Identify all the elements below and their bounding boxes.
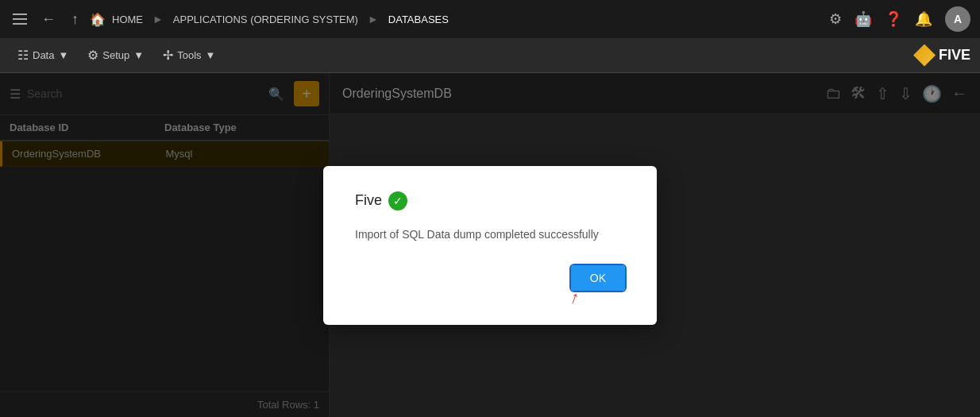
home-icon: 🏠 <box>90 12 106 27</box>
bot-icon[interactable]: 🤖 <box>855 10 872 28</box>
data-dropdown-icon: ▼ <box>58 49 68 61</box>
support-icon[interactable]: ⚙ <box>829 10 842 28</box>
data-label: Data <box>33 49 54 61</box>
tools-menu[interactable]: ✢ Tools ▼ <box>155 44 223 66</box>
modal-title: Five ✓ <box>355 191 625 210</box>
up-button[interactable]: ↑ <box>67 8 83 31</box>
check-icon: ✓ <box>388 191 407 210</box>
user-avatar[interactable]: A <box>945 6 970 32</box>
modal-overlay: Five ✓ Import of SQL Data dump completed… <box>0 73 980 417</box>
setup-icon: ⚙ <box>87 48 98 63</box>
top-nav: ← ↑ 🏠 HOME ► APPLICATIONS (ORDERING SYST… <box>0 0 980 38</box>
modal-title-text: Five <box>355 192 382 209</box>
modal-footer: OK ↑ <box>355 265 625 291</box>
tools-dropdown-icon: ▼ <box>206 49 216 61</box>
five-logo: FIVE <box>913 44 970 67</box>
setup-menu[interactable]: ⚙ Setup ▼ <box>79 44 152 66</box>
breadcrumb-sep-1: ► <box>152 13 164 25</box>
ok-button[interactable]: OK <box>571 265 625 291</box>
tools-icon: ✢ <box>163 48 173 63</box>
breadcrumb-home[interactable]: HOME <box>112 14 143 25</box>
data-menu[interactable]: ☷ Data ▼ <box>10 44 76 66</box>
arrow-pointer: ↑ <box>567 286 582 308</box>
tools-label: Tools <box>177 49 201 61</box>
menu-icon[interactable] <box>10 10 30 28</box>
breadcrumb-databases[interactable]: DATABASES <box>388 14 449 25</box>
main-area: ☰ 🔍 + Database ID Database Type Ordering… <box>0 73 980 417</box>
check-symbol: ✓ <box>393 195 403 207</box>
back-button[interactable]: ← <box>37 8 60 31</box>
five-logo-icon <box>913 44 936 67</box>
nav-right-actions: ⚙ 🤖 ❓ 🔔 A <box>829 6 970 32</box>
breadcrumb-app[interactable]: APPLICATIONS (ORDERING SYSTEM) <box>173 14 358 25</box>
data-icon: ☷ <box>17 48 29 63</box>
setup-dropdown-icon: ▼ <box>133 49 144 61</box>
modal-dialog: Five ✓ Import of SQL Data dump completed… <box>323 166 657 325</box>
main-toolbar: ☷ Data ▼ ⚙ Setup ▼ ✢ Tools ▼ FIVE <box>0 38 980 73</box>
five-logo-text: FIVE <box>939 47 970 64</box>
modal-message: Import of SQL Data dump completed succes… <box>355 226 625 243</box>
help-icon[interactable]: ❓ <box>885 10 902 28</box>
setup-label: Setup <box>102 49 129 61</box>
notifications-icon[interactable]: 🔔 <box>915 10 932 28</box>
breadcrumb-sep-2: ► <box>368 13 379 25</box>
